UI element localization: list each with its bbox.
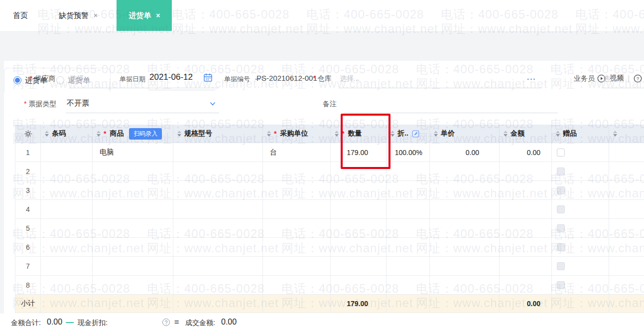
cell-gift[interactable] [552,219,609,238]
cell-barcode[interactable] [41,143,93,162]
help-icon[interactable]: ? [634,74,642,83]
sort-arrows-icon[interactable] [434,131,438,137]
cell-unit[interactable] [263,200,331,219]
cell-extra[interactable] [609,276,644,295]
cell-discount[interactable] [386,238,430,257]
cell-discount[interactable] [386,257,430,276]
cell-discount[interactable] [386,200,430,219]
salesman-select[interactable]: 选择... [603,74,623,83]
cell-extra[interactable] [609,143,644,162]
invoice-type-value[interactable]: 不开票 [67,99,89,108]
cell-gift[interactable] [552,276,609,295]
cell-product[interactable] [93,219,173,238]
cell-spec[interactable] [173,200,263,219]
warehouse-more-icon[interactable]: ... [527,73,536,81]
cell-qty[interactable] [331,238,386,257]
cell-gift[interactable] [552,238,609,257]
cell-extra[interactable] [609,238,644,257]
cell-gift[interactable] [552,143,609,162]
cell-barcode[interactable] [41,276,93,295]
cell-spec[interactable] [173,238,263,257]
cell-extra[interactable] [609,257,644,276]
cell-spec[interactable] [173,257,263,276]
cell-price[interactable] [430,238,500,257]
cell-product[interactable] [93,181,173,200]
cell-amount[interactable] [500,276,552,295]
cell-spec[interactable] [173,276,263,295]
tab-purchase-order[interactable]: 进货单× [117,0,172,31]
sort-arrows-icon[interactable] [504,131,508,137]
cell-amount[interactable] [500,238,552,257]
sort-arrows-icon[interactable] [97,131,101,137]
tab-stock-alert[interactable]: 缺货预警× [54,0,103,31]
tab-home[interactable]: 首页 [8,0,33,31]
cell-gift[interactable] [552,162,609,181]
calendar-icon[interactable] [203,73,213,82]
cell-qty[interactable] [331,257,386,276]
cell-unit[interactable] [263,238,331,257]
cell-extra[interactable] [609,200,644,219]
cell-qty[interactable] [331,181,386,200]
cell-amount[interactable] [500,257,552,276]
cell-amount[interactable] [500,200,552,219]
cell-product[interactable] [93,276,173,295]
cell-unit[interactable]: 台 [263,143,331,162]
cell-spec[interactable] [173,181,263,200]
cell-barcode[interactable] [41,257,93,276]
tab-close-icon[interactable]: × [94,11,98,19]
cell-spec[interactable] [173,143,263,162]
grid-settings-cell[interactable] [15,125,41,143]
cell-spec[interactable] [173,219,263,238]
sort-arrows-icon[interactable] [177,131,181,137]
tab-close-icon[interactable]: × [156,11,160,19]
cell-spec[interactable] [173,162,263,181]
cell-price[interactable] [430,181,500,200]
cell-discount[interactable] [386,276,430,295]
cell-price[interactable] [430,162,500,181]
chevron-down-icon[interactable] [209,100,216,107]
cell-extra[interactable] [609,181,644,200]
cell-price[interactable] [430,219,500,238]
cell-barcode[interactable] [41,219,93,238]
scan-entry-button[interactable]: 扫码录入 [129,128,162,140]
cell-discount[interactable] [386,162,430,181]
cell-qty[interactable] [331,200,386,219]
cell-product[interactable]: 电脑 [93,143,173,162]
cell-amount[interactable]: 0.00 [500,143,552,162]
cell-unit[interactable] [263,276,331,295]
cell-unit[interactable] [263,162,331,181]
cell-amount[interactable] [500,181,552,200]
warehouse-select[interactable]: 选择... [340,74,360,83]
cell-qty[interactable] [331,276,386,295]
cell-price[interactable] [430,257,500,276]
cell-qty[interactable] [331,219,386,238]
cell-unit[interactable] [263,257,331,276]
sort-arrows-icon[interactable] [556,131,560,137]
cell-unit[interactable] [263,181,331,200]
cell-discount[interactable] [386,219,430,238]
sort-arrows-icon[interactable] [267,131,271,137]
cell-product[interactable] [93,200,173,219]
cell-product[interactable] [93,257,173,276]
sort-arrows-icon[interactable] [390,131,394,137]
cell-amount[interactable] [500,219,552,238]
cell-product[interactable] [93,162,173,181]
cell-product[interactable] [93,238,173,257]
cell-barcode[interactable] [41,238,93,257]
gift-checkbox[interactable] [557,149,565,157]
doc-date-value[interactable]: 2021-06-12 [149,72,193,82]
cell-barcode[interactable] [41,200,93,219]
cell-gift[interactable] [552,181,609,200]
sort-arrows-icon[interactable] [335,131,339,137]
cell-extra[interactable] [609,219,644,238]
cell-discount[interactable]: 100.00% [386,143,430,162]
cell-price[interactable] [430,200,500,219]
cell-barcode[interactable] [41,181,93,200]
cell-gift[interactable] [552,257,609,276]
cell-barcode[interactable] [41,162,93,181]
cell-price[interactable] [430,276,500,295]
cell-gift[interactable] [552,200,609,219]
sort-arrows-icon[interactable] [613,131,617,137]
edit-icon[interactable] [412,130,419,138]
cell-unit[interactable] [263,219,331,238]
